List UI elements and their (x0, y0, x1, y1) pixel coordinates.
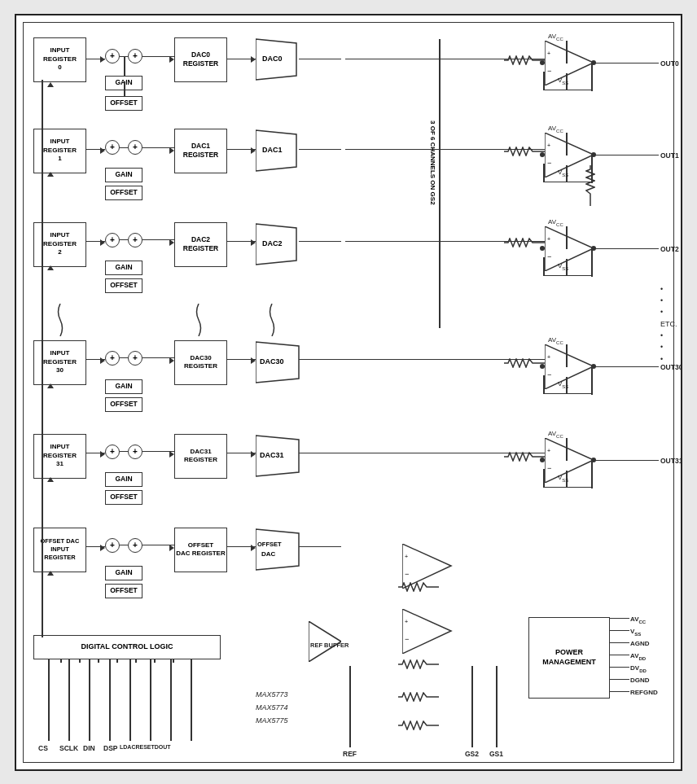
vss-0: VSS (558, 77, 568, 85)
channels-label: 3 OF 6 CHANNELS ON GS2 (429, 120, 436, 205)
right-dgnd: DGND (630, 677, 650, 684)
dac2-reg: DAC2REGISTER (174, 222, 227, 267)
dac30-reg: DAC30REGISTER (174, 340, 227, 385)
squiggle-left (52, 304, 68, 339)
pin-gs2: GS2 (465, 750, 479, 758)
gain-ch30: GAIN (105, 379, 142, 394)
svg-text:+: + (547, 236, 550, 242)
dac31-reg: DAC31REGISTER (174, 434, 227, 479)
resistor-vss-1 (585, 165, 595, 209)
resistor-1 (504, 145, 545, 160)
offset-ch30: OFFSET (105, 397, 142, 412)
gain-offset: GAIN (105, 566, 142, 580)
svg-text:−: − (405, 570, 409, 578)
part-max5774: MAX5774 (256, 703, 288, 712)
svg-text:+: + (405, 554, 408, 559)
offset-ch2: OFFSET (105, 278, 142, 293)
svg-text:−: − (547, 464, 551, 472)
resistor-0 (504, 54, 545, 68)
right-agnd: AGND (630, 640, 650, 647)
out31-label: OUT31 (660, 457, 682, 465)
vss-31: VSS (558, 474, 568, 483)
right-avdd: AVDD (630, 652, 646, 661)
svg-marker-10 (256, 529, 299, 570)
ref-buffer-label: REF BUFFER (310, 642, 349, 649)
offset-ch1: OFFSET (105, 186, 142, 200)
pin-ldac: LDACRESETDOUT (120, 744, 171, 750)
svg-text:DAC0: DAC0 (262, 55, 283, 63)
resistor-offset-d (398, 719, 439, 734)
vss-2: VSS (558, 262, 568, 271)
vss-30: VSS (558, 380, 568, 389)
offset-offset: OFFSET (105, 584, 142, 598)
out0-label: OUT0 (660, 59, 679, 68)
diagram-container: INPUTREGISTER0 + + GAIN OFFSET DAC0REGIS… (15, 14, 682, 771)
dac2: DAC2 (256, 220, 300, 272)
dac0: DAC0 (256, 35, 300, 87)
svg-text:−: − (547, 252, 551, 261)
avcc-31: AVCC (548, 430, 563, 439)
svg-marker-26 (545, 438, 594, 483)
avcc-1: AVCC (548, 125, 563, 134)
gain-ch31: GAIN (105, 472, 142, 487)
sum2-ch31: + (128, 445, 142, 459)
squiggle-dac (264, 304, 280, 339)
out1-label: OUT1 (660, 151, 679, 160)
avcc-0: AVCC (548, 33, 563, 42)
diagram-inner: INPUTREGISTER0 + + GAIN OFFSET DAC0REGIS… (23, 22, 674, 763)
opamp-2: + − (545, 226, 598, 271)
offset-dac-reg: OFFSETDAC REGISTER (174, 528, 227, 572)
right-avcc: AVCC (630, 615, 646, 624)
resistor-offset-b (398, 658, 439, 672)
dac1: DAC1 (256, 126, 300, 178)
right-dvdd: DVDD (630, 664, 647, 673)
pin-ref: REF (343, 750, 357, 758)
vss-1: VSS (558, 169, 568, 177)
squiggle-mid (191, 304, 207, 339)
avcc-2: AVCC (548, 218, 563, 227)
svg-text:+: + (547, 448, 550, 453)
gain-ch1: GAIN (105, 168, 142, 182)
resistor-2 (504, 236, 545, 251)
opamp-30: + − (545, 344, 598, 389)
svg-text:+: + (547, 354, 550, 360)
svg-text:+: + (405, 619, 408, 624)
svg-marker-20 (545, 226, 594, 271)
sum2-offset: + (128, 538, 142, 553)
svg-marker-32 (402, 609, 451, 654)
opamp-31: + − (545, 438, 598, 483)
etc-label: •••ETC.••• (660, 283, 677, 366)
svg-text:+: + (547, 142, 550, 148)
pin-dsp: DSP (103, 744, 117, 752)
svg-text:−: − (547, 159, 551, 167)
avcc-30: AVCC (548, 336, 563, 345)
sum1-ch31: + (105, 445, 120, 459)
sum1-offset: + (105, 538, 120, 553)
opamp-0: + − (545, 41, 598, 85)
dac0-reg: DAC0REGISTER (174, 37, 227, 82)
sum1-ch2: + (105, 233, 120, 247)
part-max5773: MAX5773 (256, 690, 288, 699)
sum1-ch30: + (105, 351, 120, 366)
svg-text:DAC31: DAC31 (260, 451, 284, 459)
offset-ch0: OFFSET (105, 96, 142, 111)
sum1-ch1: + (105, 140, 120, 155)
opamp-ref: + − (402, 609, 455, 654)
power-management: POWERMANAGEMENT (528, 617, 610, 699)
offset-ch31: OFFSET (105, 490, 142, 505)
pin-din: DIN (83, 744, 95, 752)
pin-cs: CS (38, 744, 48, 752)
sum2-ch2: + (128, 233, 142, 247)
part-max5775: MAX5775 (256, 716, 288, 725)
svg-text:−: − (547, 370, 551, 379)
sum2-ch0: + (128, 49, 142, 64)
svg-text:DAC2: DAC2 (262, 239, 283, 247)
gain-ch2: GAIN (105, 261, 142, 275)
svg-text:DAC1: DAC1 (262, 146, 283, 154)
svg-marker-14 (545, 41, 594, 85)
sum1-ch0: + (105, 49, 120, 64)
right-vss: VSS (630, 628, 641, 637)
svg-text:−: − (547, 67, 551, 75)
svg-marker-23 (545, 344, 594, 389)
pin-sclk: SCLK (59, 744, 78, 752)
